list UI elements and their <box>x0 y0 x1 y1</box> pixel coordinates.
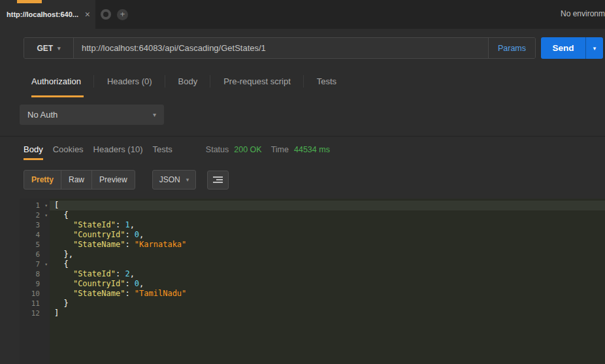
method-dropdown[interactable]: GET ▾ <box>24 38 74 58</box>
view-mode-switch: Pretty Raw Preview <box>24 170 135 190</box>
tab-headers[interactable]: Headers (0) <box>94 65 165 97</box>
line-number: 10 <box>20 289 50 299</box>
new-tab-icon[interactable]: + <box>117 9 128 20</box>
url-input[interactable] <box>74 38 488 58</box>
line-number: 8 <box>20 269 50 279</box>
auth-type-dropdown[interactable]: No Auth ▾ <box>20 105 164 125</box>
chevron-down-icon: ▾ <box>186 176 189 183</box>
tab-label: Headers (0) <box>107 76 152 86</box>
fold-toggle-icon[interactable]: ▾ <box>44 210 48 220</box>
line-number: 11 <box>20 299 50 308</box>
auth-type-selected: No Auth <box>27 110 57 120</box>
editor-code[interactable]: [ { "StateId": 1, "CountryId": 0, "State… <box>50 199 605 364</box>
editor-gutter: 1▾2▾34567▾89101112 <box>20 199 50 364</box>
code-line: "CountryId": 0, <box>50 279 605 289</box>
line-number: 12 <box>20 308 50 318</box>
view-mode-raw[interactable]: Raw <box>61 171 92 189</box>
code-line: [ <box>50 201 605 210</box>
chevron-down-icon: ▾ <box>57 45 61 52</box>
fold-toggle-icon[interactable]: ▾ <box>44 259 48 269</box>
response-view-bar: Pretty Raw Preview JSON ▾ <box>24 170 605 190</box>
code-line: "StateId": 2, <box>50 269 605 279</box>
tab-label: Headers (10) <box>93 144 143 154</box>
response-tab-cookies[interactable]: Cookies <box>53 144 84 160</box>
tab-label: Cookies <box>53 144 84 154</box>
view-mode-pretty[interactable]: Pretty <box>24 171 61 189</box>
tab-title: http://localhost:640... <box>7 10 82 18</box>
code-line: "StateName": "TamilNadu" <box>50 289 605 299</box>
line-number: 4 <box>20 230 50 240</box>
fold-toggle-icon[interactable]: ▾ <box>44 201 48 210</box>
line-number: 2▾ <box>20 210 50 220</box>
status-label: Status <box>206 145 229 154</box>
line-number: 1▾ <box>20 201 50 210</box>
code-line: "CountryId": 0, <box>50 230 605 240</box>
send-options-icon[interactable]: ▾ <box>585 37 603 59</box>
tab-body[interactable]: Body <box>165 65 211 97</box>
tab-bar: http://localhost:640... × + No environm <box>0 0 605 29</box>
status-value: 200 OK <box>234 145 261 154</box>
line-number: 6 <box>20 250 50 259</box>
tab-label: Body <box>178 76 198 86</box>
response-tab-headers[interactable]: Headers (10) <box>93 144 143 160</box>
tab-label: Authorization <box>31 76 81 86</box>
chevron-down-icon: ▾ <box>153 111 156 118</box>
sync-status-icon[interactable] <box>101 9 111 20</box>
send-group: Send ▾ <box>541 37 603 59</box>
line-number: 7▾ <box>20 259 50 269</box>
tab-label: Body <box>24 144 43 154</box>
close-tab-icon[interactable]: × <box>85 10 90 19</box>
request-builder: GET ▾ Params Send ▾ <box>0 29 605 65</box>
tab-authorization[interactable]: Authorization <box>31 65 94 97</box>
time-value: 44534 ms <box>294 145 330 154</box>
url-assembly: GET ▾ Params <box>24 37 536 59</box>
response-meta: Body Cookies Headers (10) Tests Status 2… <box>0 137 605 160</box>
code-line: { <box>50 210 605 220</box>
code-line: } <box>50 299 605 308</box>
code-line: "StateId": 1, <box>50 220 605 230</box>
code-line: { <box>50 259 605 269</box>
view-mode-preview[interactable]: Preview <box>92 171 135 189</box>
method-label: GET <box>37 44 53 53</box>
tab-label: Pre-request script <box>223 76 291 86</box>
params-button[interactable]: Params <box>488 38 535 58</box>
response-editor[interactable]: 1▾2▾34567▾89101112 [ { "StateId": 1, "Co… <box>20 199 605 364</box>
response-status: Status 200 OK Time 44534 ms <box>206 145 330 160</box>
beautify-button[interactable] <box>207 171 229 190</box>
code-line: }, <box>50 250 605 259</box>
time-label: Time <box>271 145 289 154</box>
send-button[interactable]: Send <box>541 37 585 59</box>
request-tabs: Authorization Headers (0) Body Pre-reque… <box>0 65 605 97</box>
environment-selector[interactable]: No environm <box>561 9 605 18</box>
authorization-panel: No Auth ▾ <box>0 97 605 136</box>
line-number: 5 <box>20 240 50 250</box>
line-number: 3 <box>20 220 50 230</box>
line-number: 9 <box>20 279 50 289</box>
tab-tests[interactable]: Tests <box>304 65 350 97</box>
beautify-icon <box>213 176 223 184</box>
request-tab[interactable]: http://localhost:640... × <box>0 0 95 29</box>
language-dropdown[interactable]: JSON ▾ <box>152 170 197 190</box>
code-line: ] <box>50 308 605 318</box>
code-line: "StateName": "Karnataka" <box>50 240 605 250</box>
tab-label: Tests <box>152 144 172 154</box>
response-tab-tests[interactable]: Tests <box>152 144 172 160</box>
tab-pre-request-script[interactable]: Pre-request script <box>210 65 304 97</box>
tab-label: Tests <box>317 76 336 86</box>
active-tab-indicator <box>17 0 42 3</box>
response-tab-body[interactable]: Body <box>24 144 43 160</box>
language-selected: JSON <box>159 175 180 184</box>
